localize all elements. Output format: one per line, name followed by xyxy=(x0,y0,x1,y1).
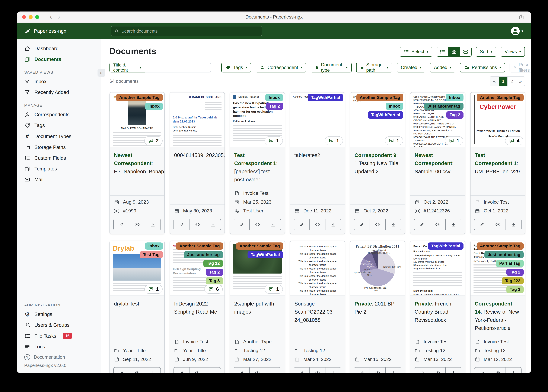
document-preview[interactable]: Medical TeacherHas the new Kirkpatrick g… xyxy=(230,92,285,147)
document-title[interactable]: Test Correspondent 1: [paperless] test p… xyxy=(230,147,285,187)
sidebar-item-storage-paths[interactable]: Storage Paths xyxy=(17,142,101,153)
sidebar-item-templates[interactable]: Templates xyxy=(17,163,101,174)
comment-count-badge[interactable]: 4 xyxy=(505,136,523,145)
download-button[interactable] xyxy=(205,367,221,373)
view-button[interactable] xyxy=(370,367,385,373)
document-title[interactable]: 2sample-pdf-with-images xyxy=(230,295,285,335)
comment-count-badge[interactable]: 6 xyxy=(204,285,223,294)
view-button[interactable] xyxy=(310,367,325,373)
document-preview[interactable]: Patient BP Distribution 2011Normal, 150,… xyxy=(350,241,405,295)
edit-button[interactable] xyxy=(294,367,310,373)
title-content-input[interactable] xyxy=(145,63,211,72)
comment-count-badge[interactable]: 1 xyxy=(144,285,163,294)
tag-badge[interactable]: TagWithPartial xyxy=(308,94,343,101)
zoom-window-button[interactable] xyxy=(35,15,39,19)
sidebar-item-mail[interactable]: Mail xyxy=(17,174,101,185)
download-button[interactable] xyxy=(265,367,281,373)
tag-badge[interactable]: Another Sample Tag xyxy=(477,242,524,250)
document-preview[interactable]: Francja pod rządami NapoleonaNAPOLEON BO… xyxy=(110,92,164,147)
tag-badge[interactable]: TagWithPartial xyxy=(368,111,403,119)
edit-button[interactable] xyxy=(474,219,490,230)
back-icon[interactable]: ‹ xyxy=(50,13,52,20)
sidebar-item-inbox[interactable]: Inbox xyxy=(17,76,101,87)
tag-badge[interactable]: Tag 2 xyxy=(206,269,223,276)
tag-badge[interactable]: Partial Tag xyxy=(496,260,524,267)
download-button[interactable] xyxy=(445,367,461,373)
sidebar-item-document-types[interactable]: #Document Types xyxy=(17,131,101,142)
document-preview[interactable]: This is a test for the double space char… xyxy=(290,241,345,295)
document-preview[interactable]: DrylabInboxTest Tag1 xyxy=(110,241,164,295)
edit-button[interactable] xyxy=(294,219,310,230)
view-button[interactable] xyxy=(249,219,265,230)
comment-count-badge[interactable]: 1 xyxy=(265,285,283,294)
tag-badge[interactable]: Just another tag xyxy=(184,251,223,258)
document-preview[interactable]: Serial Number,Company Name,Employe978818… xyxy=(411,92,465,147)
tag-badge[interactable]: Test Tag xyxy=(140,251,163,258)
edit-button[interactable] xyxy=(354,219,370,230)
tag-badge[interactable]: TagWithPartial xyxy=(247,251,283,258)
document-preview[interactable]: Country,Region/State,"TagWithPartial1 xyxy=(290,92,345,147)
download-button[interactable] xyxy=(205,219,221,230)
tag-badge[interactable]: Tag 2 xyxy=(446,111,463,119)
download-button[interactable] xyxy=(325,367,341,373)
minimize-window-button[interactable] xyxy=(29,15,33,19)
download-button[interactable] xyxy=(325,219,341,230)
tag-badge[interactable]: Just another tag xyxy=(424,103,463,110)
view-mode-list-button[interactable] xyxy=(437,47,448,56)
tag-badge[interactable]: Inbox xyxy=(265,94,283,101)
download-button[interactable] xyxy=(145,367,160,373)
pagination-next[interactable]: » xyxy=(516,77,525,86)
document-title[interactable]: Private: 2011 BP Pie 2 xyxy=(350,295,405,353)
document-title[interactable]: tablerates2 xyxy=(290,147,345,204)
view-mode-rows-button[interactable] xyxy=(460,47,471,56)
user-menu[interactable]: ▾ xyxy=(511,27,523,35)
edit-button[interactable] xyxy=(234,219,249,230)
tag-badge[interactable]: Another Sample Tag xyxy=(236,242,283,250)
view-button[interactable] xyxy=(249,367,265,373)
view-button[interactable] xyxy=(129,219,145,230)
tag-badge[interactable]: TagWithPartial xyxy=(428,242,463,250)
document-title[interactable]: Correspondent 14: Review-of-New-York-Fed… xyxy=(470,295,525,335)
tag-badge[interactable]: Tag 2 xyxy=(506,269,524,276)
document-title[interactable]: Newest Correspondent: H7_Napoleon_Bonapa… xyxy=(110,147,164,196)
sidebar-collapse-button[interactable]: « xyxy=(98,69,105,77)
pagination-page-1[interactable]: 1 xyxy=(499,77,507,86)
field-selector-button[interactable]: Title & content▾ xyxy=(109,63,145,72)
edit-button[interactable] xyxy=(414,219,430,230)
sidebar-item-correspondents[interactable]: Correspondents xyxy=(17,109,101,120)
sidebar-item-recently-added[interactable]: Recently Added xyxy=(17,87,101,98)
view-button[interactable] xyxy=(310,219,325,230)
document-title[interactable]: drylab Test xyxy=(110,295,164,344)
app-logo[interactable]: Paperless-ngx xyxy=(24,28,66,35)
comment-count-badge[interactable]: 1 xyxy=(445,136,463,145)
document-preview[interactable]: Another Sample TagTagWithPartial1 xyxy=(230,241,285,295)
reset-filters-button[interactable]: ×Reset filters xyxy=(510,63,531,72)
views-button[interactable]: Views▾ xyxy=(501,47,525,57)
view-button[interactable] xyxy=(129,367,145,373)
sidebar-item-dashboard[interactable]: Dashboard xyxy=(17,43,101,54)
tag-badge[interactable]: Tag 3 xyxy=(206,277,223,284)
download-button[interactable] xyxy=(265,219,281,230)
sidebar-item-users-groups[interactable]: Users & Groups xyxy=(17,320,101,330)
view-mode-grid-button[interactable] xyxy=(448,47,460,56)
share-icon[interactable] xyxy=(518,14,524,20)
document-preview[interactable]: AdobeInDesign Scripting DocumentationAno… xyxy=(170,241,224,295)
tag-badge[interactable]: Tag 2 xyxy=(266,103,283,110)
filter-added-button[interactable]: Added▾ xyxy=(430,63,455,72)
view-button[interactable] xyxy=(490,367,505,373)
sidebar-item-settings[interactable]: ⚙Settings xyxy=(17,309,101,320)
edit-button[interactable] xyxy=(354,367,370,373)
tag-badge[interactable]: Another Sample Tag xyxy=(116,94,163,101)
view-button[interactable] xyxy=(490,219,505,230)
tag-badge[interactable]: Inbox xyxy=(145,242,163,250)
tag-badge[interactable]: Inbox xyxy=(386,103,403,110)
tag-badge[interactable]: Tag 12 xyxy=(203,260,223,267)
document-title[interactable]: InDesign 2022 Scripting Read Me xyxy=(170,295,224,335)
filter-storage-path-button[interactable]: Storage path▾ xyxy=(356,63,392,72)
documentation-link[interactable]: ?Documentation xyxy=(17,352,101,362)
document-preview[interactable]: Review of New York Federal Petitions of … xyxy=(470,241,525,295)
download-button[interactable] xyxy=(445,219,461,230)
document-preview[interactable]: French Country BreadFor the Leaven1 heap… xyxy=(411,241,465,295)
document-title[interactable]: 0004814539_20230531 xyxy=(170,147,224,204)
comment-count-badge[interactable]: 2 xyxy=(144,136,163,145)
